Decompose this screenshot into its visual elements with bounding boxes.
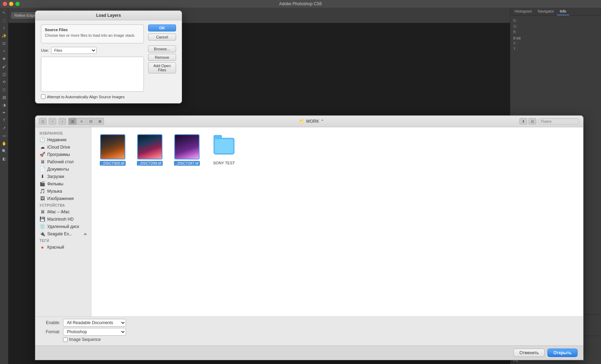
toolbar-dodge[interactable]: ◑ [1, 101, 8, 108]
filename-dsc7300: _DSC7300.tif [100, 161, 125, 166]
sidebar-item-desktop[interactable]: 🖥 Рабочий стол [35, 158, 91, 165]
auto-align-checkbox[interactable] [41, 94, 46, 99]
load-layers-title: Load Layers [35, 11, 182, 20]
sidebar-label-pictures: Изображения [47, 196, 74, 201]
format-select[interactable]: Photoshop TIFF JPEG [63, 328, 126, 336]
file-item-sony-test[interactable]: SONY TEST [208, 133, 240, 167]
maximize-button[interactable] [15, 2, 20, 6]
list-view-button[interactable]: ≡ [77, 118, 86, 125]
toolbar-lasso[interactable]: ⌇ [1, 24, 8, 31]
sidebar-item-music[interactable]: 🎵 Музыка [35, 187, 91, 195]
sidebar-item-red-tag[interactable]: ● Красный [35, 243, 91, 251]
dialog-right: OK Cancel Browse... Remove Add Open File… [148, 24, 176, 99]
ok-button[interactable]: OK [148, 24, 176, 31]
forward-button[interactable]: › [58, 118, 66, 124]
source-files-desc: Choose two or more files to load into an… [45, 33, 140, 37]
sidebar-label-red: Красный [47, 245, 64, 250]
add-open-files-button[interactable]: Add Open Files [148, 62, 176, 73]
bit-depth: 8-bit [513, 36, 598, 40]
toolbar-zoom[interactable]: 🔍 [1, 148, 8, 155]
sidebar-item-macintosh-hd[interactable]: 💾 Macintosh HD [35, 215, 91, 223]
sidebar-item-pictures[interactable]: 🖼 Изображения [35, 195, 91, 202]
cancel-button[interactable]: Cancel [148, 34, 176, 41]
fb-open-button[interactable]: Открыть [547, 349, 578, 357]
sidebar-item-documents[interactable]: 📄 Документы [35, 165, 91, 173]
toolbar-clone[interactable]: ◫ [1, 71, 8, 78]
sidebar-item-movies[interactable]: 🎬 Фильмы [35, 180, 91, 187]
folder-icon-shape [214, 138, 235, 155]
enable-row: Enable: All Readable Documents All Docum… [41, 319, 578, 327]
thumb-img-dsc7299 [138, 135, 162, 159]
sidebar-item-downloads[interactable]: ⬇ Загрузки [35, 173, 91, 180]
load-layers-dialog: Load Layers Source Files Choose two or m… [35, 10, 182, 104]
toolbar-hand[interactable]: ✋ [1, 140, 8, 147]
enable-select[interactable]: All Readable Documents All Documents Pho… [63, 319, 126, 327]
toolbar-pen[interactable]: ✒ [1, 109, 8, 116]
traffic-lights [3, 2, 20, 6]
filename-dsc7299: _DSC7299.tif [137, 161, 162, 166]
use-select[interactable]: Files Folder Open Files [51, 47, 97, 54]
tab-info[interactable]: Info [557, 8, 569, 15]
toolbar-heal[interactable]: ✚ [1, 55, 8, 62]
sidebar-item-recent[interactable]: 🕐 Недавние [35, 136, 91, 143]
source-files-box: Source Files Choose two or more files to… [41, 24, 144, 43]
sidebar-item-imac[interactable]: 🖥 iMac – iMac [35, 208, 91, 215]
toolbar-crop[interactable]: ⊡ [1, 40, 8, 47]
sidebar-label-remote: Удаленный диск [47, 224, 79, 229]
close-button[interactable] [3, 2, 7, 6]
sidebar-label-desktop: Рабочий стол [47, 159, 74, 164]
toolbar-shape[interactable]: ▭ [1, 132, 8, 139]
image-sequence-label[interactable]: Image Sequence [69, 337, 101, 342]
eject-icon[interactable]: ⏏ [84, 232, 87, 236]
toolbar-wand[interactable]: ✨ [1, 32, 8, 39]
sidebar-item-icloud[interactable]: ☁ iCloud Drive [35, 143, 91, 151]
toolbar-gradient[interactable]: ▧ [1, 94, 8, 101]
fb-bottombar: Enable: All Readable Documents All Docum… [35, 316, 583, 345]
file-item-dsc7297[interactable]: _DSC7297.tif [171, 133, 203, 167]
sidebar-item-remote-disk[interactable]: 💿 Удаленный диск [35, 223, 91, 230]
icon-view-button[interactable]: ⊞ [68, 118, 77, 125]
back-button[interactable]: ‹ [49, 118, 56, 124]
toolbar-type[interactable]: T [1, 117, 8, 124]
recent-icon: 🕐 [40, 137, 45, 142]
minimize-button[interactable] [9, 2, 13, 6]
toolbar-foreground[interactable]: ◧ [1, 155, 8, 162]
tab-histogram[interactable]: Histogram [512, 8, 535, 15]
column-view-button[interactable]: ⊟ [86, 118, 95, 125]
files-list[interactable] [41, 57, 144, 92]
coverflow-view-button[interactable]: ⊠ [96, 118, 104, 125]
downloads-icon: ⬇ [40, 174, 45, 179]
image-sequence-checkbox[interactable] [63, 337, 68, 342]
toolbar-select[interactable]: ⬚ [1, 17, 8, 24]
fb-cancel-button[interactable]: Отменить [513, 349, 545, 357]
tab-navigator[interactable]: Navigator [535, 8, 557, 15]
remove-button[interactable]: Remove [148, 54, 176, 61]
sidebar-toggle-button[interactable]: ⊡ [39, 118, 47, 124]
toolbar-brush[interactable]: 🖌 [1, 63, 8, 70]
toolbar-slice[interactable]: ⌗ [1, 48, 8, 55]
sidebar-item-apps[interactable]: 🚀 Программы [35, 151, 91, 158]
imac-icon: 🖥 [40, 209, 45, 214]
file-item-dsc7299[interactable]: _DSC7299.tif [134, 133, 166, 167]
search-input[interactable] [538, 118, 580, 124]
location-selector[interactable]: 📁 WORK ⌃ [299, 119, 324, 124]
toolbar-eraser[interactable]: ◻ [1, 86, 8, 93]
seagate-icon: 🔌 [40, 231, 45, 236]
devices-section-title: Устройства [35, 202, 91, 208]
music-icon: 🎵 [40, 188, 45, 194]
load-layers-body: Source Files Choose two or more files to… [35, 20, 182, 103]
sidebar-label-icloud: iCloud Drive [47, 145, 70, 150]
window-button[interactable]: ⊟ [529, 118, 536, 124]
fb-body: Избранное 🕐 Недавние ☁ iCloud Drive 🚀 Пр… [35, 127, 583, 316]
file-item-dsc7300[interactable]: _DSC7300.tif [97, 133, 128, 167]
sidebar-label-music: Музыка [47, 189, 62, 194]
toolbar-move[interactable]: ↖ [1, 9, 8, 16]
sidebar-label-recent: Недавние [47, 137, 67, 142]
browse-button[interactable]: Browse... [148, 45, 176, 52]
format-label: Format: [41, 329, 60, 334]
toolbar-path-select[interactable]: ↗ [1, 124, 8, 131]
share-button[interactable]: ⬆ [519, 118, 527, 124]
toolbar-history[interactable]: ⟲ [1, 78, 8, 85]
sidebar-item-seagate[interactable]: 🔌 Seagate Ex... ⏏ [35, 230, 91, 237]
auto-align-label[interactable]: Attempt to Automatically Align Source Im… [47, 95, 125, 99]
